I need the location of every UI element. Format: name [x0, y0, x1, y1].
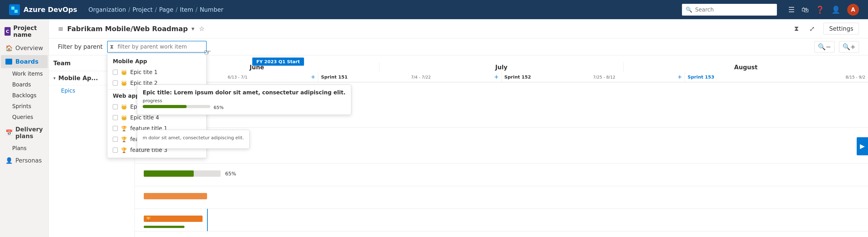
epic1-label: Epic tite 1 [130, 69, 158, 75]
epic3-checkbox[interactable] [113, 104, 118, 109]
avatar[interactable]: A [847, 4, 859, 15]
gantt-row-5[interactable]: 🏆 [135, 209, 868, 231]
sprint-153-label: Sprint 153 [688, 74, 714, 80]
gantt-tooltip-1: Epic title: Lorem ipsum dolor sit amet, … [137, 84, 351, 115]
sidebar-item-label: Delivery plans [16, 126, 43, 139]
sprint-152-dates: 7/25 - 8/12 [593, 75, 616, 79]
feature-bar-fill-3 [144, 170, 194, 177]
gantt-row-3[interactable]: 65% [135, 164, 868, 186]
feature-bar-pct-3: 65% [225, 171, 236, 176]
feature-bar-label-5: 🏆 [146, 216, 151, 221]
zoom-in-button[interactable]: 🔍+ [839, 41, 859, 53]
gantt-row-2[interactable]: m dolor sit amet, consectetur adipiscing… [135, 128, 868, 164]
gantt-area: today FY 2023 Q1 Start June July August … [135, 55, 868, 237]
sidebar-sub-delivery: Plans [0, 143, 49, 154]
svg-rect-0 [11, 6, 14, 10]
sidebar-item-label: Personas [16, 157, 42, 164]
feature-icon: 🏆 [121, 126, 127, 131]
month-july: July [379, 63, 624, 72]
svg-rect-2 [11, 10, 14, 13]
epic-icon: 👑 [121, 104, 127, 110]
bag-icon[interactable]: 🛍 [802, 5, 809, 14]
epic4-label: Epic title 4 [130, 114, 159, 121]
sidebar-item-boards[interactable]: Boards [1, 55, 48, 68]
sidebar-item-queries[interactable]: Queries [12, 112, 49, 123]
help-icon[interactable]: ❓ [815, 5, 825, 14]
search-icon: 🔍 [686, 6, 692, 13]
sprint-152-label: Sprint 152 [504, 74, 531, 80]
settings-button[interactable]: Settings [824, 23, 859, 35]
sidebar-item-personas[interactable]: 👤 Personas [1, 154, 48, 167]
project-name: Project name [13, 25, 44, 38]
page-header-icon: ≡ [58, 25, 64, 33]
gantt-row-4[interactable] [135, 186, 868, 209]
app-logo[interactable]: Azure DevOps [9, 4, 77, 15]
sidebar-project[interactable]: C Project name [0, 22, 49, 41]
chevron-icon: ▾ [53, 75, 56, 81]
filter-input[interactable] [107, 41, 207, 53]
project-icon: C [4, 27, 11, 36]
feature-icon: 🏆 [121, 137, 127, 142]
star-icon[interactable]: ☆ [199, 25, 205, 33]
tooltip-progress-label-1: progress [143, 98, 346, 103]
feature-progress-5 [144, 226, 184, 228]
page-header: ≡ Fabrikam Mobile/Web Roadmap ▾ ☆ ⧗ ⤢ Se… [49, 19, 868, 38]
filter-input-wrapper: ⧗ Mobile App 👑 Epic tite 1 👑 Epic tite 2 [107, 41, 207, 53]
epic-icon: 👑 [121, 70, 127, 75]
sprint-150-add[interactable]: + [311, 74, 315, 80]
sprint-152: Sprint 152 7/25 - 8/12 + [502, 72, 685, 82]
sidebar-item-backlogs[interactable]: Backlogs [12, 90, 49, 101]
epic-icon: 👑 [121, 80, 127, 86]
sidebar-item-sprints[interactable]: Sprints [12, 101, 49, 112]
search-input[interactable] [695, 6, 773, 13]
top-nav: Azure DevOps Organization / Project / Pa… [0, 0, 868, 19]
logo-icon [9, 4, 20, 15]
month-labels: June July August [135, 63, 868, 72]
feature1-checkbox[interactable] [113, 126, 118, 131]
epic2-checkbox[interactable] [113, 80, 118, 86]
zoom-out-button[interactable]: 🔍− [814, 41, 834, 53]
gantt-row-6[interactable]: 65% [135, 231, 868, 237]
sidebar-item-overview[interactable]: 🏠 Overview [1, 41, 48, 55]
gantt-header: today FY 2023 Q1 Start June July August … [135, 55, 868, 82]
gantt-next-button[interactable]: ▶ [857, 137, 868, 155]
feature3-checkbox[interactable] [113, 147, 118, 153]
progress-pct-1: 65% [214, 105, 223, 110]
sprint-152-add[interactable]: + [677, 74, 682, 80]
delivery-plans-icon: 📅 [5, 129, 12, 136]
list-icon[interactable]: ☰ [788, 5, 795, 14]
dropdown-item-epic1[interactable]: 👑 Epic tite 1 [107, 67, 206, 78]
svg-rect-3 [14, 10, 18, 13]
search-bar[interactable]: 🔍 [682, 4, 777, 15]
sprint-153-dates: 8/15 - 9/2 [846, 75, 865, 79]
sidebar-item-delivery-plans[interactable]: 📅 Delivery plans [1, 123, 48, 143]
user-icon[interactable]: 👤 [831, 5, 840, 14]
gantt-tooltip-2: m dolor sit amet, consectetur adipiscing… [137, 130, 250, 149]
toolbar: Filter by parent ⧗ Mobile App 👑 Epic tit… [49, 38, 868, 55]
chevron-down-icon[interactable]: ▾ [191, 25, 194, 32]
gantt-row-1[interactable]: Epic title: Lorem ipsum dolor sit amet, … [135, 82, 868, 128]
sidebar-item-work-items[interactable]: Work items [12, 68, 49, 79]
filter-funnel-icon: ⧗ [110, 43, 114, 50]
expand-icon[interactable]: ⤢ [807, 23, 817, 35]
month-august: August [624, 63, 868, 72]
feature-icon: 🏆 [121, 147, 127, 153]
dropdown-section-mobile-app: Mobile App [107, 56, 206, 67]
sidebar-item-label: Overview [16, 45, 43, 52]
boards-icon [5, 59, 12, 65]
filter-icon[interactable]: ⧗ [792, 23, 801, 35]
sidebar-item-label: Boards [16, 58, 38, 65]
progress-row-1: 65% [143, 105, 346, 110]
sprint-marker-5 [207, 209, 208, 231]
epic1-checkbox[interactable] [113, 70, 118, 75]
page-title: Fabrikam Mobile/Web Roadmap [67, 25, 188, 33]
feature2-checkbox[interactable] [113, 137, 118, 142]
epic4-checkbox[interactable] [113, 115, 118, 120]
sidebar-item-plans[interactable]: Plans [12, 143, 49, 154]
main-content: ≡ Fabrikam Mobile/Web Roadmap ▾ ☆ ⧗ ⤢ Se… [49, 19, 868, 237]
personas-icon: 👤 [5, 157, 12, 164]
sprint-151-add[interactable]: + [494, 74, 499, 80]
feature-bar-4 [144, 193, 207, 199]
sidebar-item-boards-sub[interactable]: Boards [12, 79, 49, 90]
svg-rect-1 [14, 6, 18, 10]
